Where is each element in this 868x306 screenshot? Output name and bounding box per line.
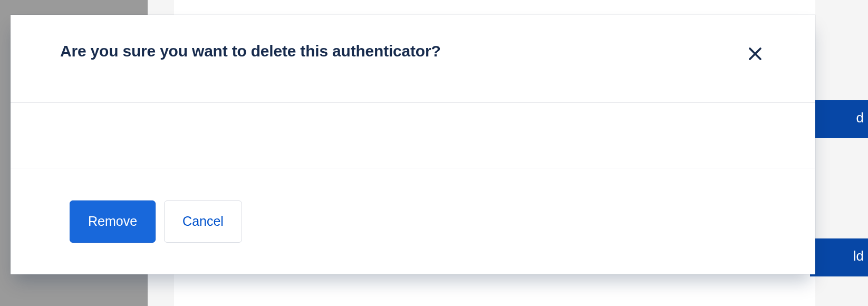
background-button-fragment — [810, 238, 868, 276]
background-button-fragment — [810, 100, 868, 138]
close-icon — [747, 46, 763, 62]
modal-body — [11, 103, 815, 168]
remove-button[interactable]: Remove — [70, 200, 156, 243]
modal-title: Are you sure you want to delete this aut… — [60, 42, 441, 60]
confirm-delete-authenticator-modal: Are you sure you want to delete this aut… — [11, 15, 815, 274]
modal-footer: Remove Cancel — [11, 168, 815, 274]
modal-header: Are you sure you want to delete this aut… — [11, 15, 815, 103]
close-button[interactable] — [742, 41, 768, 66]
cancel-button[interactable]: Cancel — [164, 200, 242, 243]
